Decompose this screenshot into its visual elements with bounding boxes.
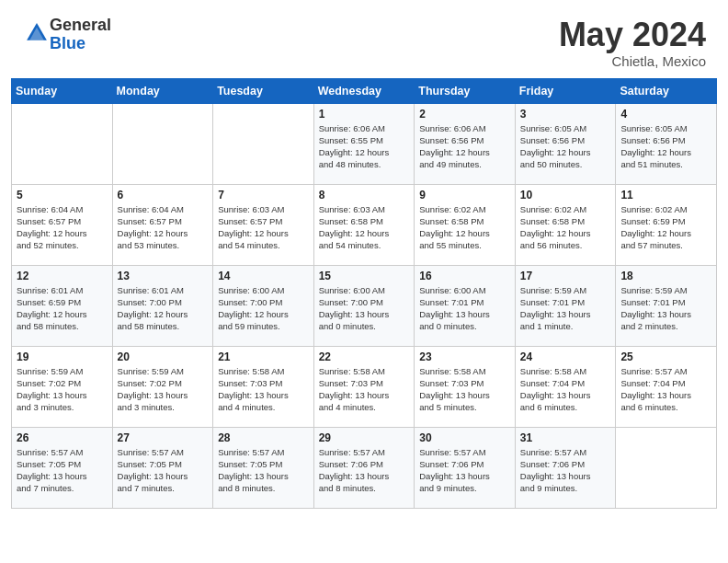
- day-info: Sunrise: 5:58 AMSunset: 7:04 PMDaylight:…: [520, 365, 611, 414]
- day-header-friday: Friday: [515, 78, 616, 103]
- day-info: Sunrise: 6:02 AMSunset: 6:59 PMDaylight:…: [620, 203, 711, 252]
- day-info: Sunrise: 6:00 AMSunset: 7:01 PMDaylight:…: [419, 284, 510, 333]
- day-info: Sunrise: 6:04 AMSunset: 6:57 PMDaylight:…: [17, 203, 108, 252]
- day-cell: 22Sunrise: 5:58 AMSunset: 7:03 PMDayligh…: [313, 346, 415, 427]
- day-number: 17: [520, 270, 611, 282]
- calendar: SundayMondayTuesdayWednesdayThursdayFrid…: [0, 78, 728, 563]
- logo: GeneralBlue: [22, 17, 111, 53]
- day-header-sunday: Sunday: [12, 78, 113, 103]
- day-number: 1: [319, 108, 410, 121]
- day-cell: 15Sunrise: 6:00 AMSunset: 7:00 PMDayligh…: [313, 265, 415, 346]
- day-cell: 27Sunrise: 5:57 AMSunset: 7:05 PMDayligh…: [112, 427, 213, 508]
- day-number: 29: [319, 431, 410, 444]
- day-cell: [112, 103, 213, 184]
- day-number: 11: [620, 189, 711, 201]
- title-block: May 2024 Chietla, Mexico: [559, 17, 706, 69]
- day-info: Sunrise: 5:57 AMSunset: 7:05 PMDaylight:…: [218, 446, 309, 495]
- day-number: 28: [218, 431, 309, 444]
- day-number: 9: [419, 189, 510, 201]
- day-info: Sunrise: 5:57 AMSunset: 7:06 PMDaylight:…: [419, 446, 510, 495]
- week-row-1: 1Sunrise: 6:06 AMSunset: 6:55 PMDaylight…: [12, 103, 717, 184]
- day-number: 31: [520, 431, 611, 444]
- day-cell: 3Sunrise: 6:05 AMSunset: 6:56 PMDaylight…: [515, 103, 616, 184]
- day-header-monday: Monday: [112, 78, 213, 103]
- day-number: 19: [17, 350, 108, 363]
- day-number: 10: [520, 189, 611, 201]
- day-cell: 17Sunrise: 5:59 AMSunset: 7:01 PMDayligh…: [515, 265, 616, 346]
- day-info: Sunrise: 6:02 AMSunset: 6:58 PMDaylight:…: [520, 203, 611, 252]
- day-number: 3: [520, 108, 611, 121]
- day-number: 20: [118, 350, 209, 363]
- day-cell: 20Sunrise: 5:59 AMSunset: 7:02 PMDayligh…: [112, 346, 213, 427]
- day-cell: 18Sunrise: 5:59 AMSunset: 7:01 PMDayligh…: [616, 265, 717, 346]
- day-info: Sunrise: 5:57 AMSunset: 7:06 PMDaylight:…: [319, 446, 410, 495]
- day-info: Sunrise: 5:58 AMSunset: 7:03 PMDaylight:…: [218, 365, 309, 414]
- day-info: Sunrise: 6:06 AMSunset: 6:55 PMDaylight:…: [319, 122, 410, 171]
- day-info: Sunrise: 5:57 AMSunset: 7:05 PMDaylight:…: [118, 446, 209, 495]
- day-number: 2: [419, 108, 510, 121]
- day-cell: 2Sunrise: 6:06 AMSunset: 6:56 PMDaylight…: [415, 103, 516, 184]
- day-info: Sunrise: 5:57 AMSunset: 7:05 PMDaylight:…: [17, 446, 108, 495]
- week-row-3: 12Sunrise: 6:01 AMSunset: 6:59 PMDayligh…: [12, 265, 717, 346]
- day-cell: 10Sunrise: 6:02 AMSunset: 6:58 PMDayligh…: [515, 184, 616, 265]
- calendar-table: SundayMondayTuesdayWednesdayThursdayFrid…: [11, 78, 717, 509]
- day-number: 6: [118, 189, 209, 201]
- day-number: 14: [218, 270, 309, 282]
- day-number: 30: [419, 431, 510, 444]
- week-row-2: 5Sunrise: 6:04 AMSunset: 6:57 PMDaylight…: [12, 184, 717, 265]
- week-row-4: 19Sunrise: 5:59 AMSunset: 7:02 PMDayligh…: [12, 346, 717, 427]
- month-year: May 2024: [559, 17, 706, 53]
- day-number: 13: [118, 270, 209, 282]
- day-info: Sunrise: 5:57 AMSunset: 7:04 PMDaylight:…: [620, 365, 711, 414]
- day-number: 21: [218, 350, 309, 363]
- day-info: Sunrise: 6:05 AMSunset: 6:56 PMDaylight:…: [620, 122, 711, 171]
- day-number: 27: [118, 431, 209, 444]
- day-cell: 19Sunrise: 5:59 AMSunset: 7:02 PMDayligh…: [12, 346, 113, 427]
- day-header-saturday: Saturday: [616, 78, 717, 103]
- day-cell: 31Sunrise: 5:57 AMSunset: 7:06 PMDayligh…: [515, 427, 616, 508]
- day-header-wednesday: Wednesday: [313, 78, 415, 103]
- day-cell: 4Sunrise: 6:05 AMSunset: 6:56 PMDaylight…: [616, 103, 717, 184]
- header-row: SundayMondayTuesdayWednesdayThursdayFrid…: [12, 78, 717, 103]
- day-info: Sunrise: 6:02 AMSunset: 6:58 PMDaylight:…: [419, 203, 510, 252]
- day-number: 5: [17, 189, 108, 201]
- day-number: 8: [319, 189, 410, 201]
- week-row-5: 26Sunrise: 5:57 AMSunset: 7:05 PMDayligh…: [12, 427, 717, 508]
- day-number: 24: [520, 350, 611, 363]
- day-number: 23: [419, 350, 510, 363]
- day-number: 12: [17, 270, 108, 282]
- day-cell: 11Sunrise: 6:02 AMSunset: 6:59 PMDayligh…: [616, 184, 717, 265]
- day-cell: 16Sunrise: 6:00 AMSunset: 7:01 PMDayligh…: [415, 265, 516, 346]
- day-number: 26: [17, 431, 108, 444]
- day-info: Sunrise: 6:06 AMSunset: 6:56 PMDaylight:…: [419, 122, 510, 171]
- day-cell: 12Sunrise: 6:01 AMSunset: 6:59 PMDayligh…: [12, 265, 113, 346]
- page: GeneralBlue May 2024 Chietla, Mexico Sun…: [0, 0, 728, 563]
- day-info: Sunrise: 6:04 AMSunset: 6:57 PMDaylight:…: [118, 203, 209, 252]
- day-cell: 29Sunrise: 5:57 AMSunset: 7:06 PMDayligh…: [313, 427, 415, 508]
- day-cell: 1Sunrise: 6:06 AMSunset: 6:55 PMDaylight…: [313, 103, 415, 184]
- day-info: Sunrise: 5:57 AMSunset: 7:06 PMDaylight:…: [520, 446, 611, 495]
- day-info: Sunrise: 6:05 AMSunset: 6:56 PMDaylight:…: [520, 122, 611, 171]
- day-cell: 24Sunrise: 5:58 AMSunset: 7:04 PMDayligh…: [515, 346, 616, 427]
- day-cell: 13Sunrise: 6:01 AMSunset: 7:00 PMDayligh…: [112, 265, 213, 346]
- day-cell: 26Sunrise: 5:57 AMSunset: 7:05 PMDayligh…: [12, 427, 113, 508]
- day-info: Sunrise: 5:59 AMSunset: 7:02 PMDaylight:…: [118, 365, 209, 414]
- day-cell: [213, 103, 314, 184]
- logo-icon: [24, 20, 50, 46]
- day-cell: 6Sunrise: 6:04 AMSunset: 6:57 PMDaylight…: [112, 184, 213, 265]
- day-number: 16: [419, 270, 510, 282]
- day-cell: [12, 103, 113, 184]
- day-info: Sunrise: 6:00 AMSunset: 7:00 PMDaylight:…: [319, 284, 410, 333]
- day-cell: 25Sunrise: 5:57 AMSunset: 7:04 PMDayligh…: [616, 346, 717, 427]
- day-number: 15: [319, 270, 410, 282]
- day-cell: 7Sunrise: 6:03 AMSunset: 6:57 PMDaylight…: [213, 184, 314, 265]
- day-info: Sunrise: 6:01 AMSunset: 6:59 PMDaylight:…: [17, 284, 108, 333]
- day-info: Sunrise: 5:58 AMSunset: 7:03 PMDaylight:…: [319, 365, 410, 414]
- day-header-tuesday: Tuesday: [213, 78, 314, 103]
- day-number: 18: [620, 270, 711, 282]
- day-cell: 21Sunrise: 5:58 AMSunset: 7:03 PMDayligh…: [213, 346, 314, 427]
- day-cell: [616, 427, 717, 508]
- day-number: 25: [620, 350, 711, 363]
- day-number: 22: [319, 350, 410, 363]
- day-info: Sunrise: 5:59 AMSunset: 7:01 PMDaylight:…: [520, 284, 611, 333]
